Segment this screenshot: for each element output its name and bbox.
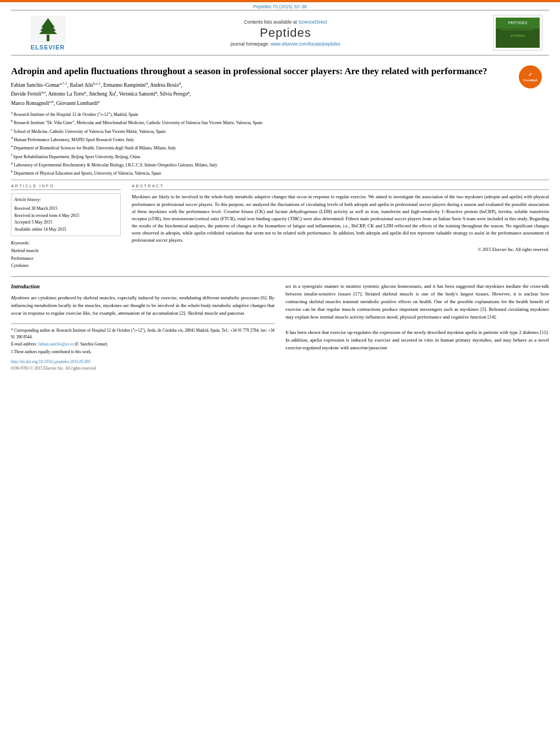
article-info-col: ARTICLE INFO Article history: Received 3… xyxy=(11,183,121,269)
author-5-sup: d,e xyxy=(41,90,46,94)
authors-line: Fabian Sanchis–Gomara,*,1, Rafael Alisb,… xyxy=(11,81,549,108)
author-8-sup: g xyxy=(155,90,158,94)
author-9-sup: g xyxy=(188,90,190,94)
homepage-url[interactable]: www.elsevier.com/locate/peptides xyxy=(271,41,340,47)
crossmark-badge: ✓ CrossMark xyxy=(519,65,549,96)
body-section: Introduction Myokines are cytokines prod… xyxy=(11,276,549,372)
email-link[interactable]: fabian.sanchis@uv.es xyxy=(38,342,74,347)
affiliations-section: a Research Institute of the Hospital 12 … xyxy=(11,110,549,176)
svg-rect-1 xyxy=(47,35,49,41)
author-11: Giovanni Lombardi xyxy=(57,101,98,106)
article-title-text: Adropin and apelin fluctuations througho… xyxy=(11,66,488,76)
abstract-col: ABSTRACT Myokines are likely to be invol… xyxy=(132,183,549,269)
affil-e: e Department of Biomedical Sciences for … xyxy=(11,143,549,151)
elsevier-tree-icon xyxy=(30,15,66,43)
journal-header: ELSEVIER Contents lists available at Sci… xyxy=(11,10,549,55)
author-10: Marco Romagnoli xyxy=(11,101,49,106)
author-6: Antonio La Torre xyxy=(48,92,85,97)
body-left-text: Myokines are cytokines produced by skele… xyxy=(11,294,275,317)
peptides-logo-image: PEPTIDES JOURNAL xyxy=(496,18,540,48)
elsevier-wordmark: ELSEVIER xyxy=(31,44,65,51)
author-2-sup: b,c,1 xyxy=(93,81,101,86)
main-content: Adropin and apelin fluctuations througho… xyxy=(11,55,549,376)
footnote-2: 1 These authors equally contributed to t… xyxy=(11,349,275,355)
copyright-line: © 2015 Elsevier Inc. All rights reserved… xyxy=(132,247,549,252)
received-revised-date: Received in revised form 4 May 2015 xyxy=(14,213,117,219)
footnote-email: E-mail address: fabian.sanchis@uv.es (F.… xyxy=(11,341,275,348)
affil-c: c School of Medicine, Catholic Universit… xyxy=(11,127,549,135)
received-date: Received 30 March 2015 xyxy=(14,205,117,212)
body-right-text-1: act in a synergistic manner to monitor s… xyxy=(285,282,549,321)
keyword-3: Cytokines xyxy=(11,262,121,270)
header-center: Contents lists available at ScienceDirec… xyxy=(78,19,493,47)
affil-h: h Department of Physical Education and S… xyxy=(11,169,549,176)
keywords-header: Keywords: xyxy=(11,241,121,246)
footnote-1: * Corresponding author at: Research Inst… xyxy=(11,327,275,340)
affil-b: b Research Institute "Dr. Viña Giner", M… xyxy=(11,118,549,126)
article-info-abstract-section: ARTICLE INFO Article history: Received 3… xyxy=(11,183,549,269)
keyword-1: Skeletal muscle xyxy=(11,247,121,255)
body-left-col: Introduction Myokines are cytokines prod… xyxy=(11,282,275,372)
author-4-sup: d xyxy=(179,81,181,86)
crossmark-icon: ✓ CrossMark xyxy=(519,65,542,88)
article-title-section: Adropin and apelin fluctuations througho… xyxy=(11,65,549,77)
svg-text:JOURNAL: JOURNAL xyxy=(510,34,526,37)
body-right-col: act in a synergistic manner to monitor s… xyxy=(285,282,549,372)
intro-heading: Introduction xyxy=(11,282,275,291)
article-history-title: Article history: xyxy=(14,197,117,204)
journal-title: Peptides xyxy=(83,26,488,40)
email-suffix: (F. Sanchis-Gomar). xyxy=(75,342,108,347)
author-7: Jincheng Xu xyxy=(89,92,115,97)
author-2: Rafael Alis xyxy=(70,82,93,88)
keyword-2: Performance xyxy=(11,255,121,263)
peptides-journal-logo: PEPTIDES JOURNAL xyxy=(493,15,542,51)
affil-f: f Sport Rehabilitation Department, Beiji… xyxy=(11,152,549,160)
author-6-sup: e xyxy=(85,90,86,94)
journal-homepage-line: journal homepage: www.elsevier.com/locat… xyxy=(83,41,488,47)
abstract-text: Myokines are likely to be involved in th… xyxy=(132,193,549,244)
author-3-sup: d xyxy=(145,81,148,86)
author-10-sup: a,h xyxy=(49,99,53,104)
footnotes-area: * Corresponding author at: Research Inst… xyxy=(11,323,275,355)
journal-ref-line: Peptides 70 (2015) 32–36 xyxy=(0,2,560,10)
section-divider-1 xyxy=(11,180,549,180)
author-1-sup: a,*,1 xyxy=(60,81,68,86)
author-8: Veronica Sansoni xyxy=(119,92,155,97)
released-word: Released xyxy=(489,306,506,312)
keywords-section: Keywords: Skeletal muscle Performance Cy… xyxy=(11,241,121,270)
author-9: Silvia Perego xyxy=(160,92,188,97)
affil-g: g Laboratory of Experimental Biochemistr… xyxy=(11,160,549,168)
author-1: Fabian Sanchis–Gomar xyxy=(11,82,60,88)
author-7-sup: f xyxy=(115,90,116,94)
sciencedirect-link[interactable]: ScienceDirect xyxy=(298,19,327,25)
author-5: Davide Ferioli xyxy=(11,92,41,97)
contents-line: Contents lists available at ScienceDirec… xyxy=(83,19,488,25)
body-two-col: Introduction Myokines are cytokines prod… xyxy=(11,282,549,372)
journal-ref-text: Peptides 70 (2015) 32–36 xyxy=(253,4,307,9)
issn-line: 0196-9781/© 2015 Elsevier Inc. All right… xyxy=(11,365,275,372)
author-3: Ermanno Rampinini xyxy=(103,82,145,88)
accepted-date: Accepted 5 May 2015 xyxy=(14,219,117,226)
affil-d: d Human Performance Laboratory, MAPEI Sp… xyxy=(11,135,549,143)
article-history-box: Article history: Received 30 March 2015 … xyxy=(11,193,121,236)
author-4: Andrea Bosio xyxy=(150,82,179,88)
affil-a: a Research Institute of the Hospital 12 … xyxy=(11,110,549,118)
body-right-text-2: It has been shown that exercise up-regul… xyxy=(285,328,549,352)
article-info-header: ARTICLE INFO xyxy=(11,183,121,190)
elsevier-logo: ELSEVIER xyxy=(18,15,78,51)
available-online-date: Available online 14 May 2015 xyxy=(14,226,117,233)
author-11-sup: g xyxy=(98,99,100,104)
doi-link[interactable]: http://dx.doi.org/10.1016/j.peptides.201… xyxy=(11,359,275,365)
svg-text:PEPTIDES: PEPTIDES xyxy=(508,21,528,25)
abstract-header: ABSTRACT xyxy=(132,183,549,190)
